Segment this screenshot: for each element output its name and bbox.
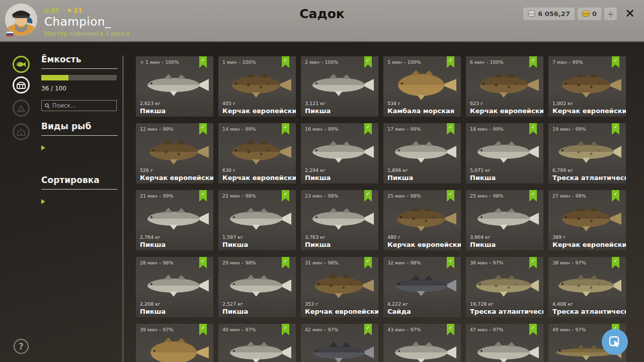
bookmark-icon[interactable]: ✓: [364, 190, 372, 202]
bookmark-icon[interactable]: ✓: [529, 324, 537, 335]
gold-money-badge[interactable]: 0: [578, 8, 601, 20]
fish-card[interactable]: 7 мин – 99% ✓ 1,002 кг Керчак европейски…: [548, 56, 626, 117]
fish-card[interactable]: 14 мин – 99% ✓ 630 г Керчак европейский: [218, 123, 296, 184]
bookmark-icon[interactable]: ✓: [529, 56, 537, 68]
fish-card[interactable]: 47 мин – 97% ✓: [466, 324, 543, 362]
fish-card[interactable]: 36 мин – 97% ✓ 19,728 кг Треска атлантич…: [466, 257, 543, 317]
species-title: Виды рыб: [41, 121, 118, 131]
bookmark-icon[interactable]: ✓: [282, 123, 289, 135]
fish-card[interactable]: 29 мин – 98% ✓ 2,527 кг Пикша: [218, 257, 296, 317]
fish-card[interactable]: 27 мин – 98% ✓ 389 г Керчак европейский: [548, 190, 626, 250]
fish-weight: 353 г: [305, 301, 318, 307]
silver-money-badge[interactable]: 6 056,27: [523, 8, 575, 20]
fish-weight: 3,763 кг: [305, 234, 326, 240]
help-button[interactable]: ?: [14, 339, 29, 354]
fish-card[interactable]: 2 мин – 100% ✓ 3,121 кг Пикша: [301, 56, 378, 117]
catch-time-label: 1 мин – 100%: [222, 59, 256, 65]
divider: [41, 135, 118, 136]
bookmark-icon[interactable]: ✓: [282, 56, 289, 68]
fish-image: [387, 136, 457, 167]
fish-image: [304, 203, 375, 234]
search-box[interactable]: [41, 100, 117, 111]
bookmark-icon[interactable]: ✓: [529, 190, 537, 202]
bookmark-icon[interactable]: ✓: [447, 257, 454, 268]
fish-card[interactable]: 32 мин – 98% ✓ 4,222 кг Сайда: [383, 257, 461, 317]
bookmark-icon[interactable]: ✓: [529, 257, 537, 268]
bookmark-icon[interactable]: ✓: [199, 324, 207, 335]
fish-image: [387, 203, 457, 234]
fish-name: Пикша: [305, 174, 331, 182]
catch-time-label: 27 мин – 98%: [552, 193, 586, 199]
bookmark-icon[interactable]: ✓: [612, 56, 619, 68]
fish-card[interactable]: 17 мин – 99% ✓ 1,896 кг Пикша: [383, 123, 461, 184]
bookmark-icon[interactable]: ✓: [199, 56, 207, 68]
fish-card[interactable]: 31 мин – 98% ✓ 353 г Керчак европейский: [301, 257, 378, 317]
cursor-mode-button[interactable]: [602, 329, 628, 355]
fish-card[interactable]: 23 мин – 98% ✓ 3,763 кг Пикша: [301, 190, 378, 250]
fish-card[interactable]: 1 мин – 100% ✓ 405 г Керчак европейский: [218, 56, 296, 117]
catch-time-label: < 1 мин – 100%: [140, 59, 179, 65]
search-input[interactable]: [52, 102, 113, 109]
catch-time-label: 5 мин – 100%: [387, 59, 421, 65]
catch-time-label: 16 мин – 99%: [305, 126, 339, 132]
fish-card[interactable]: 28 мин – 98% ✓ 2,208 кг Пикша: [136, 257, 213, 317]
catch-time-label: 22 мин – 98%: [222, 193, 256, 199]
fish-name: Пикша: [305, 241, 331, 248]
close-icon[interactable]: ✕: [623, 7, 637, 21]
bookmark-icon[interactable]: ✓: [447, 190, 454, 202]
species-list-item[interactable]: [41, 163, 118, 166]
fish-weight: 526 г: [140, 167, 153, 173]
bookmark-icon[interactable]: ✓: [612, 123, 619, 135]
fish-card[interactable]: 42 мин – 97% ✓: [301, 324, 378, 362]
rail-tab-keepnet[interactable]: [13, 56, 30, 73]
fish-card[interactable]: 5 мин – 100% ✓ 534 г Камбала морская: [383, 56, 461, 117]
bookmark-icon[interactable]: ✓: [282, 257, 289, 268]
sorting-list-item[interactable]: [41, 202, 118, 205]
rail-tab-fish-trap[interactable]: [13, 76, 30, 94]
fish-image: [469, 270, 540, 301]
fish-name: Пикша: [222, 241, 248, 248]
fish-card[interactable]: 38 мин – 97% ✓ 4,408 кг Треска атлантиче…: [548, 257, 626, 317]
fish-card[interactable]: 22 мин – 98% ✓ 1,597 кг Пикша: [218, 190, 296, 250]
vertical-scrollbar[interactable]: [122, 55, 124, 362]
catch-time-label: 2 мин – 100%: [305, 59, 339, 65]
capacity-progressbar: [41, 75, 117, 80]
bookmark-icon[interactable]: ✓: [199, 257, 207, 268]
bookmark-icon[interactable]: ✓: [612, 190, 619, 202]
fish-card[interactable]: < 1 мин – 100% ✓ 2,623 кг Пикша: [136, 56, 213, 117]
bookmark-icon[interactable]: ✓: [364, 257, 372, 268]
fish-card[interactable]: 18 мин – 99% ✓ 5,071 кг Пикша: [466, 123, 543, 184]
fish-name: Треска атлантическая: [470, 308, 543, 315]
fish-card[interactable]: 25 мин – 98% ✓ 3,904 кг Пикша: [466, 190, 543, 250]
fish-weight: 1,896 кг: [387, 167, 408, 173]
fish-weight: 623 г: [470, 101, 483, 106]
bookmark-icon[interactable]: ✓: [447, 324, 454, 335]
bookmark-icon[interactable]: ✓: [447, 56, 454, 68]
capacity-value: 36 / 100: [41, 85, 118, 92]
catch-time-label: 23 мин – 98%: [305, 193, 339, 199]
fish-card[interactable]: 25 мин – 98% ✓ 480 г Керчак европейский: [383, 190, 461, 250]
bookmark-icon[interactable]: ✓: [199, 123, 207, 135]
keepnet-fish-icon: [16, 61, 26, 68]
fish-card[interactable]: 16 мин – 99% ✓ 2,294 кг Пикша: [301, 123, 378, 184]
bookmark-icon[interactable]: ✓: [529, 123, 537, 135]
bookmark-icon[interactable]: ✓: [612, 257, 619, 268]
bookmark-icon[interactable]: ✓: [364, 56, 372, 68]
fish-card[interactable]: 6 мин – 100% ✓ 623 г Керчак европейский: [466, 56, 543, 117]
add-money-button[interactable]: +: [604, 8, 617, 20]
sidebar: Ёмкость 36 / 100 Виды рыб Сортировка: [41, 54, 118, 214]
bookmark-icon[interactable]: ✓: [282, 324, 289, 335]
fish-name: Пикша: [387, 174, 413, 182]
fish-card[interactable]: 43 мин – 97% ✓: [383, 324, 461, 362]
fish-card[interactable]: 19 мин – 99% ✓ 6,799 кг Треска атлантиче…: [548, 123, 626, 184]
bookmark-icon[interactable]: ✓: [199, 190, 207, 202]
bookmark-icon[interactable]: ✓: [447, 123, 454, 135]
bookmark-icon[interactable]: ✓: [364, 123, 372, 135]
fish-trap-icon: [17, 81, 26, 89]
fish-card[interactable]: 39 мин – 97% ✓: [136, 324, 213, 362]
fish-card[interactable]: 12 мин – 99% ✓ 526 г Керчак европейский: [136, 123, 213, 184]
fish-card[interactable]: 21 мин – 99% ✓ 2,764 кг Пикша: [136, 190, 213, 250]
bookmark-icon[interactable]: ✓: [282, 190, 289, 202]
bookmark-icon[interactable]: ✓: [364, 324, 372, 335]
fish-card[interactable]: 40 мин – 97% ✓: [218, 324, 296, 362]
